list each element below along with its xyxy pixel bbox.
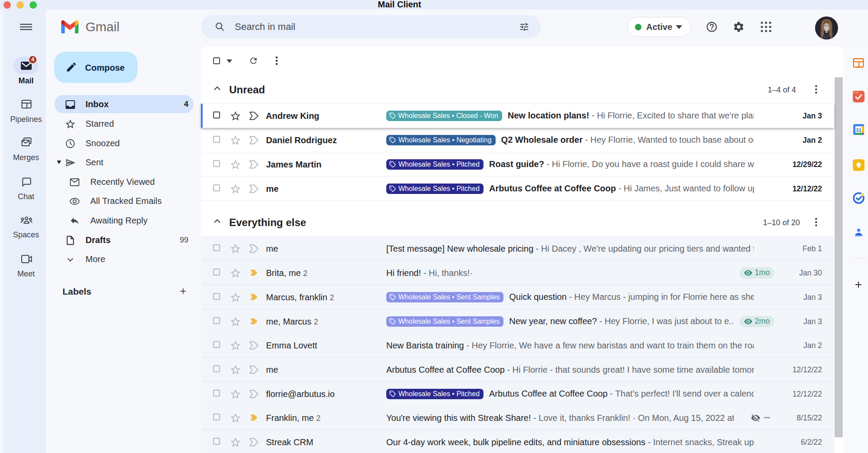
svg-text:31: 31 bbox=[856, 128, 861, 133]
